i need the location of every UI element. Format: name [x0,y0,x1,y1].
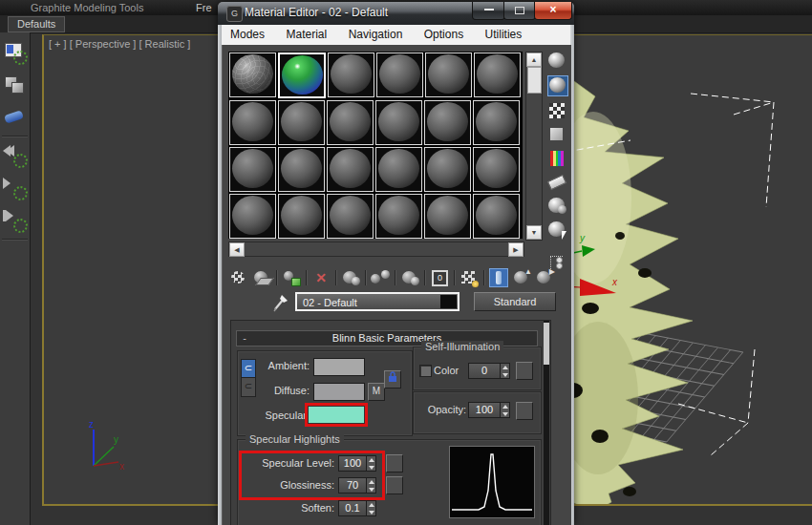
specular-level-map-button[interactable] [386,454,403,472]
sample-slot[interactable] [229,147,276,192]
ribbon-tab-graphite[interactable]: Graphite Modeling Tools [21,1,153,15]
sample-slot[interactable] [474,52,521,97]
window-titlebar[interactable]: G Material Editor - 02 - Default × [218,2,574,26]
slot-horizontal-scrollbar[interactable]: ◀ ▶ [228,242,524,257]
ribbon-tab-freeform[interactable]: Fre [186,1,222,15]
ambient-color-swatch[interactable] [313,358,365,376]
go-to-sibling-icon[interactable]: ▶ [535,268,554,287]
play-tool-icon[interactable] [3,176,27,200]
minimize-button[interactable] [472,2,505,20]
menu-material[interactable]: Material [277,25,335,41]
sweep-tool-icon[interactable] [3,105,27,129]
sample-uv-tiling-icon[interactable] [547,125,566,144]
sample-slot[interactable] [327,194,374,239]
sample-slot[interactable] [376,52,423,97]
menu-utilities[interactable]: Utilities [477,25,531,41]
viewport-label[interactable]: [ + ] [ Perspective ] [ Realistic ] [49,38,190,50]
diffuse-map-button[interactable]: M [368,383,385,401]
go-to-parent-icon[interactable]: ▲ [512,268,531,287]
scroll-thumb[interactable] [527,67,542,94]
opacity-value[interactable]: 100 [469,403,500,417]
reset-map-icon[interactable]: ✕ [311,268,331,287]
make-unique-icon[interactable] [371,268,390,287]
opacity-spinner[interactable]: 100 [468,402,510,418]
spinner-down[interactable] [501,410,509,418]
sample-slot[interactable] [229,194,276,239]
menu-navigation[interactable]: Navigation [340,25,412,41]
options-icon[interactable] [547,197,566,216]
sample-slot[interactable] [424,147,471,192]
spinner-up[interactable] [367,456,375,464]
material-name-dropdown[interactable]: 02 - Default [295,292,459,311]
sample-type-icon[interactable] [547,52,566,71]
glossiness-map-button[interactable] [386,476,403,494]
spinner-down[interactable] [367,486,375,494]
sample-slot[interactable] [425,52,472,97]
self-illumination-map-button[interactable] [516,362,533,380]
primitives-icon[interactable] [3,73,27,96]
make-preview-icon[interactable] [547,173,566,192]
spinner-down[interactable] [367,509,375,516]
sample-slot[interactable] [424,100,471,145]
get-material-icon[interactable] [229,268,248,287]
sample-slot[interactable] [473,100,520,145]
specular-level-spinner[interactable]: 100 [338,455,376,472]
spinner-up[interactable] [501,403,509,410]
specular-color-swatch[interactable] [308,406,365,424]
backlight-icon[interactable] [547,75,568,96]
background-icon[interactable] [547,101,566,120]
sample-slot[interactable] [278,147,325,192]
self-illumination-value[interactable]: 0 [469,364,500,378]
menu-modes[interactable]: Modes [222,25,273,41]
scroll-up-button[interactable]: ▲ [526,52,542,67]
menu-options[interactable]: Options [416,25,472,41]
spinner-down[interactable] [501,371,509,379]
opacity-map-button[interactable] [516,402,533,420]
slot-vertical-scrollbar[interactable]: ▲ ▼ [525,52,543,241]
select-by-material-icon[interactable] [547,220,566,240]
spinner-down[interactable] [367,464,375,472]
sample-slot-selected[interactable] [278,52,326,98]
sample-slot-noise[interactable] [229,52,276,97]
scroll-down-button[interactable]: ▼ [526,225,542,240]
glossiness-value[interactable]: 70 [339,478,366,493]
make-material-copy-icon[interactable] [341,268,360,287]
soften-value[interactable]: 0.1 [339,501,366,515]
self-illumination-spinner[interactable]: 0 [468,363,510,379]
put-to-library-icon[interactable] [400,268,419,287]
pick-material-eyedropper-icon[interactable] [272,293,289,312]
sample-slot[interactable] [327,100,374,145]
sample-slot[interactable] [424,194,471,239]
put-material-to-scene-icon[interactable] [252,268,271,287]
glossiness-spinner[interactable]: 70 [338,477,376,494]
sample-slot[interactable] [278,100,325,145]
material-id-channel-icon[interactable]: 0 [430,268,449,287]
sample-slot[interactable] [375,194,422,239]
dropdown-arrow-icon[interactable] [440,295,457,308]
sample-slot[interactable] [327,147,374,192]
lock-icon-button[interactable] [384,370,401,388]
sample-slot[interactable] [473,194,520,239]
spinner-up[interactable] [367,501,375,509]
show-end-result-icon[interactable] [489,268,508,287]
spinner-up[interactable] [501,364,509,371]
diffuse-color-swatch[interactable] [313,383,365,401]
sample-slot[interactable] [473,147,520,192]
maximize-button[interactable] [503,2,536,20]
spinner-up[interactable] [367,478,375,486]
rollout-scrollbar[interactable] [544,321,549,525]
sample-slot[interactable] [328,52,374,97]
show-material-in-viewport-icon[interactable] [459,268,479,287]
scroll-right-button[interactable]: ▶ [508,242,524,257]
sample-slot[interactable] [278,194,325,239]
video-color-check-icon[interactable] [547,149,566,168]
specular-level-value[interactable]: 100 [339,456,366,471]
polygon-modeling-icon[interactable] [3,40,27,64]
material-type-button[interactable]: Standard [474,292,556,311]
next-tool-icon[interactable] [3,208,27,232]
scroll-left-button[interactable]: ◀ [229,242,245,257]
self-illumination-color-checkbox[interactable] [419,365,432,377]
sample-slot[interactable] [375,147,422,192]
sample-slot[interactable] [229,100,276,145]
soften-spinner[interactable]: 0.1 [338,500,376,516]
